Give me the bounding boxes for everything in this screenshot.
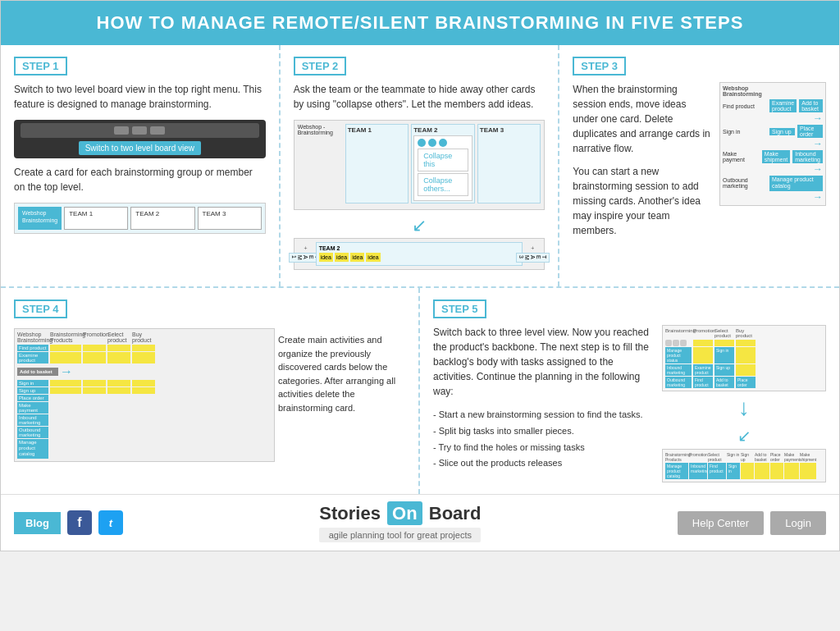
step4-box: STEP 4 Webshop Brainstorming Brainstormi… — [1, 288, 420, 494]
step5-list-item-3: - Try to find the holes or missing tasks — [433, 440, 654, 456]
step5-list-item-4: - Slice out the products releases — [433, 455, 654, 472]
logo: Stories On Board — [319, 503, 481, 524]
step4-diagram-area: Webshop Brainstorming Brainstorming Prod… — [14, 328, 405, 462]
step2-label: STEP 2 — [294, 57, 347, 75]
step5-box: STEP 5 Switch back to three level view. … — [420, 288, 839, 494]
collapse-this-btn[interactable]: Collapse this — [418, 149, 468, 171]
step5-top-diagram: Brainstorming Promotion Select product B… — [662, 325, 826, 391]
facebook-button[interactable]: f — [67, 510, 92, 535]
step1-box: STEP 1 Switch to two level board view in… — [1, 45, 281, 286]
main-title: HOW TO MANAGE REMOTE/SILENT BRAINSTORMIN… — [17, 12, 823, 34]
step3-diagram: WebshopBrainstorming Find product Examin… — [719, 82, 826, 246]
step3-box: STEP 3 When the brainstorming session en… — [559, 45, 839, 286]
header: HOW TO MANAGE REMOTE/SILENT BRAINSTORMIN… — [1, 1, 839, 45]
step3-label: STEP 3 — [573, 57, 626, 75]
page-wrapper: HOW TO MANAGE REMOTE/SILENT BRAINSTORMIN… — [0, 0, 840, 551]
step5-list-item-1: - Start a new brainstorming session to f… — [433, 407, 654, 423]
step5-arrow-down: ↓↙ — [662, 395, 826, 447]
step1-label: STEP 1 — [14, 57, 67, 75]
bottom-steps-grid: STEP 4 Webshop Brainstorming Brainstormi… — [1, 288, 839, 495]
board-button-label: Switch to two level board view — [79, 141, 201, 155]
step1-col3: TEAM 2 — [130, 207, 194, 230]
logo-on: On — [387, 501, 422, 525]
step2-arrow-down: ↙ — [294, 215, 546, 236]
step1-col1: WebshopBrainstorming — [18, 207, 62, 230]
step1-text1: Switch to two level board view in the to… — [14, 82, 266, 112]
step5-diagrams: Brainstorming Promotion Select product B… — [662, 325, 826, 482]
step4-label: STEP 4 — [14, 299, 67, 318]
step1-text2: Create a card for each brainstorming gro… — [14, 165, 266, 194]
step1-columns-board: WebshopBrainstorming TEAM 1 TEAM 2 TEAM … — [14, 203, 266, 234]
footer-center: Stories On Board agile planning tool for… — [319, 503, 481, 542]
footer-left: Blog f t — [14, 510, 123, 535]
twitter-button[interactable]: t — [98, 510, 123, 535]
footer: Blog f t Stories On Board agile planning… — [1, 495, 839, 551]
step5-intro: Switch back to three level view. Now you… — [433, 325, 654, 399]
step2-box: STEP 2 Ask the team or the teammate to h… — [281, 45, 560, 286]
logo-text-left: Stories — [319, 503, 381, 524]
help-center-button[interactable]: Help Center — [678, 511, 764, 535]
step4-text: Create main activities and organize the … — [278, 333, 405, 414]
step5-bottom-diagram: Brainstorming Products Promotion Select … — [662, 449, 826, 482]
step1-board-mockup: Switch to two level board view — [14, 120, 266, 158]
logo-text-right: Board — [429, 503, 482, 524]
blog-button[interactable]: Blog — [14, 512, 61, 534]
collapse-others-btn[interactable]: Collapse others... — [418, 173, 468, 196]
step5-content: Switch back to three level view. Now you… — [433, 325, 826, 482]
step5-list-item-2: - Split big tasks into smaller pieces. — [433, 423, 654, 440]
step1-col4: TEAM 3 — [198, 207, 262, 230]
top-steps-grid: STEP 1 Switch to two level board view in… — [1, 45, 839, 288]
step3-text2: You can start a new brainstorming sessio… — [573, 164, 713, 238]
step5-label: STEP 5 — [433, 299, 486, 318]
login-button[interactable]: Login — [770, 511, 826, 535]
step2-text: Ask the team or the teammate to hide awa… — [294, 82, 546, 112]
tagline: agile planning tool for great projects — [319, 528, 481, 542]
step2-top-board: Webshop -Brainstorming TEAM 1 TEAM 2 — [294, 120, 546, 210]
step3-text1: When the brainstorming session ends, mov… — [573, 82, 713, 156]
step2-bottom-board: + TEAM1 TEAM 2 idea idea idea idea + — [294, 238, 546, 270]
footer-right: Help Center Login — [678, 511, 826, 535]
step1-col2: TEAM 1 — [64, 207, 128, 230]
step5-list: - Start a new brainstorming session to f… — [433, 407, 654, 472]
